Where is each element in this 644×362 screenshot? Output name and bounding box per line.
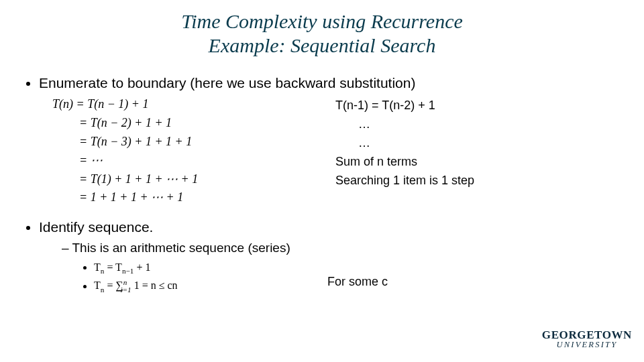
seq-f2-eq: = [104,280,115,292]
right-line-2: … [335,115,474,134]
right-line-5: Searching 1 item is 1 step [335,172,474,190]
seq-f1-post: + 1 [133,261,150,273]
bullet-identify-text: Identify sequence. [39,219,153,235]
right-line-3: … [335,134,474,153]
seq-f2-T: T [94,280,101,292]
georgetown-logo: GEORGETOWN UNIVERSITY [542,328,632,350]
sub-bullet-arithmetic-text: This is an arithmetic sequence (series) [72,241,290,255]
eq-line-6: = 1 + 1 + 1 + ⋯ + 1 [52,188,620,207]
slide-body: Enumerate to boundary (here we use backw… [0,58,644,296]
seq-f1-eq: = T [104,261,122,273]
seq-f2-lower: i=1 [120,286,131,294]
right-annotations: T(n-1) = T(n-2) + 1 … … Sum of n terms S… [335,97,474,190]
for-some-c: For some c [327,275,388,289]
seq-f2-body: 1 = n ≤ cn [131,280,178,292]
title-line-1: Time Complexity using Recurrence [181,10,463,32]
right-line-4: Sum of n terms [335,153,474,172]
slide-title: Time Complexity using Recurrence Example… [0,9,644,58]
bullet-enumerate: Enumerate to boundary (here we use backw… [39,75,620,207]
bullet-enumerate-text: Enumerate to boundary (here we use backw… [39,75,415,90]
right-line-1: T(n-1) = T(n-2) + 1 [335,97,474,115]
title-line-2: Example: Sequential Search [209,34,436,56]
seq-f1-T: T [94,261,101,273]
seq-f1-sub2: n−1 [122,267,134,276]
